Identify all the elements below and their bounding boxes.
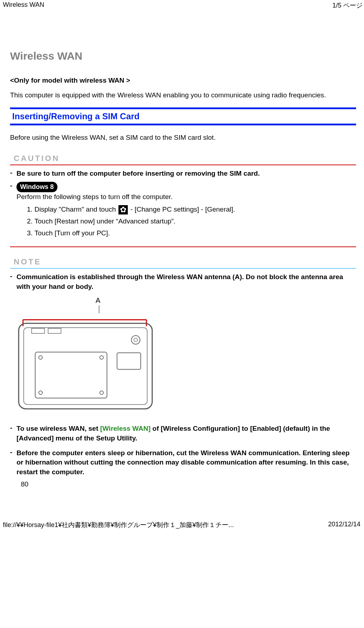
note-item-3: - Before the computer enters sleep or hi… — [10, 448, 356, 477]
note-item-2: - To use wireless WAN, set [Wireless WAN… — [10, 424, 356, 443]
caution-label: CAUTION — [14, 154, 356, 163]
device-diagram-icon — [17, 305, 154, 411]
steps-list: Display "Charm" and touch ✿ - [Change PC… — [26, 205, 356, 238]
red-rule — [10, 246, 356, 247]
gear-icon: ✿ — [118, 205, 128, 214]
dash-icon: - — [10, 424, 17, 443]
note-2a: To use wireless WAN, set — [17, 425, 100, 432]
page-title: Wireless WAN — [10, 50, 356, 62]
caution-perform-text: Perform the following steps to turn off … — [17, 193, 173, 200]
device-figure: A — [17, 296, 154, 413]
skyblue-rule — [10, 268, 356, 269]
caution-text-2: Windows 8 Perform the following steps to… — [17, 182, 356, 240]
windows8-badge-icon: Windows 8 — [17, 182, 57, 192]
doc-footer: file://¥¥Horsay-file1¥社内書類¥勤務簿¥制作グループ¥制作… — [0, 488, 364, 531]
caution-item-2: - Windows 8 Perform the following steps … — [10, 182, 356, 240]
note-bullets: - Communication is established through t… — [10, 272, 356, 291]
header-left: Wireless WAN — [3, 1, 44, 10]
note-item-1: - Communication is established through t… — [10, 272, 356, 291]
page-number: 80 — [21, 480, 356, 488]
doc-header: Wireless WAN 1/5 ページ — [0, 0, 364, 10]
dash-icon: - — [10, 169, 17, 179]
caution-item-1: - Be sure to turn off the computer befor… — [10, 169, 356, 179]
red-rule — [10, 165, 356, 165]
step-2: Touch [Restart now] under “Advanced star… — [34, 217, 356, 226]
step1-part-a: Display "Charm" and touch — [34, 206, 118, 213]
intro-text: This computer is equipped with the Wirel… — [10, 89, 356, 101]
step-1: Display "Charm" and touch ✿ - [Change PC… — [34, 205, 356, 214]
footer-left: file://¥¥Horsay-file1¥社内書類¥勤務簿¥制作グループ¥制作… — [3, 521, 234, 529]
antenna-label: A — [42, 296, 154, 305]
header-right: 1/5 ページ — [332, 1, 363, 10]
step-3: Touch [Turn off your PC]. — [34, 228, 356, 238]
note-text-2: To use wireless WAN, set [Wireless WAN] … — [17, 424, 356, 443]
wireless-wan-link[interactable]: [Wireless WAN] — [100, 425, 150, 432]
dash-icon: - — [10, 182, 17, 240]
step1-part-b: - [Change PC settings] - [General]. — [130, 206, 235, 213]
blue-bar-top — [10, 107, 356, 109]
footer-right: 2012/12/14 — [328, 521, 360, 529]
caution-bullets: - Be sure to turn off the computer befor… — [10, 169, 356, 240]
section-title-sim: Inserting/Removing a SIM Card — [12, 111, 356, 121]
caution-text-1: Be sure to turn off the computer before … — [17, 169, 356, 179]
note-text-3: Before the computer enters sleep or hibe… — [17, 448, 356, 477]
before-text: Before using the Wireless WAN, set a SIM… — [10, 132, 356, 143]
page-content: Wireless WAN <Only for model with wirele… — [0, 50, 364, 488]
note-bullets-2: - To use wireless WAN, set [Wireless WAN… — [10, 424, 356, 477]
model-subheading: <Only for model with wireless WAN > — [10, 77, 356, 84]
blue-bar-bottom — [10, 124, 356, 125]
dash-icon: - — [10, 272, 17, 291]
dash-icon: - — [10, 448, 17, 477]
note-text-1: Communication is established through the… — [17, 272, 356, 291]
note-label: NOTE — [14, 257, 356, 267]
